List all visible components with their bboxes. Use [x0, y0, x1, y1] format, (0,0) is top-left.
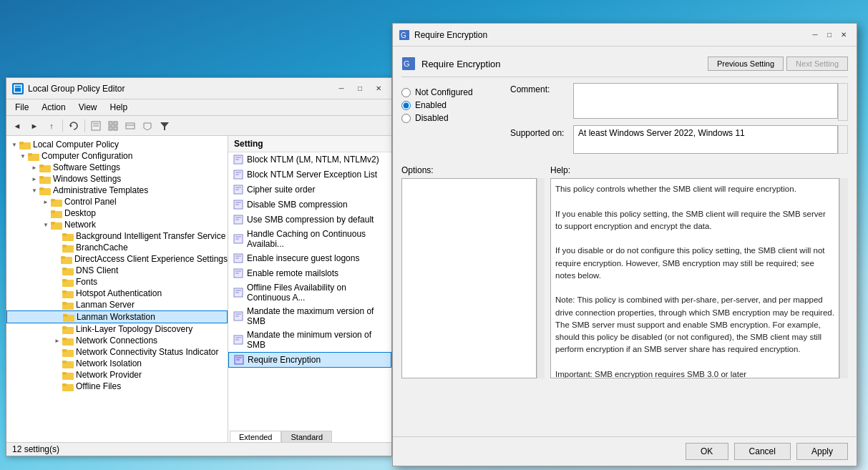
tree-net-provider[interactable]: Network Provider: [6, 369, 228, 381]
tree-lanman-workstation[interactable]: Lanman Workstation: [6, 310, 228, 323]
svg-rect-4: [14, 85, 21, 92]
tree-ls-label: Lanman Server: [76, 300, 135, 310]
tree-dns[interactable]: DNS Client: [6, 265, 228, 276]
setting-item-7[interactable]: Enable remote mailslots: [228, 266, 391, 281]
tree-fonts[interactable]: Fonts: [6, 276, 228, 288]
tree-lltd[interactable]: Link-Layer Topology Discovery: [6, 323, 228, 335]
menu-help[interactable]: Help: [104, 101, 134, 114]
tree-network[interactable]: ▼ Network: [6, 219, 228, 230]
gpe-toolbar: ◄ ► ↑: [6, 116, 391, 136]
toolbar-filter[interactable]: [157, 118, 172, 134]
setting-item-11[interactable]: Require Encryption: [228, 352, 391, 368]
tree-admin-templates[interactable]: ▼ Administrative Templates: [6, 185, 228, 196]
tree-windows-settings[interactable]: ► Windows Settings: [6, 173, 228, 185]
previous-setting-button[interactable]: Previous Setting: [708, 57, 784, 71]
policy-icon-9: [233, 310, 244, 322]
supported-value: At least Windows Server 2022, Windows 11: [573, 125, 838, 154]
toolbar-btn-4[interactable]: [140, 118, 155, 134]
tree-lanman-server[interactable]: Lanman Server: [6, 299, 228, 310]
setting-item-0[interactable]: Block NTLM (LM, NTLM, NTLMv2): [228, 152, 391, 167]
options-box: [401, 178, 537, 378]
options-help-row: Options: Help: This policy controls whet…: [401, 165, 848, 378]
menu-action[interactable]: Action: [36, 101, 71, 114]
svg-rect-28: [39, 187, 44, 190]
help-scrollbar[interactable]: [839, 178, 848, 378]
svg-rect-20: [19, 142, 24, 145]
setting-item-8[interactable]: Offline Files Availability on Continuous…: [228, 281, 391, 305]
toolbar-btn-3[interactable]: [122, 118, 138, 134]
comment-scrollbar[interactable]: [838, 83, 848, 121]
setting-item-5[interactable]: Handle Caching on Continuous Availabi...: [228, 227, 391, 251]
tree-ws-expand: ►: [29, 174, 39, 184]
setting-label-11: Require Encryption: [248, 355, 321, 365]
svg-rect-22: [28, 153, 32, 156]
radio-enabled[interactable]: Enabled: [401, 100, 502, 110]
setting-item-10[interactable]: Mandate the minimum version of SMB: [228, 328, 391, 352]
setting-item-2[interactable]: Cipher suite order: [228, 182, 391, 197]
tree-root[interactable]: ▼ Local Computer Policy: [6, 139, 228, 150]
tree-d-expand: [41, 208, 51, 218]
radio-not-configured-label: Not Configured: [415, 87, 473, 97]
require-encryption-dialog: G Require Encryption ─ □ ✕ G Require Enc…: [392, 23, 857, 466]
dialog-subtitle-text: Require Encryption: [421, 59, 702, 69]
tree-net-isolation[interactable]: Network Isolation: [6, 358, 228, 369]
tree-software-settings[interactable]: ► Software Settings: [6, 162, 228, 173]
gpe-minimize-button[interactable]: ─: [334, 82, 348, 95]
supported-label: Supported on:: [510, 125, 567, 138]
toolbar-btn-1[interactable]: [88, 118, 104, 134]
toolbar-btn-2[interactable]: [105, 118, 121, 134]
menu-view[interactable]: View: [73, 101, 103, 114]
radio-disabled-input[interactable]: [401, 114, 411, 123]
menu-file[interactable]: File: [9, 101, 34, 114]
tree-branchcache[interactable]: BranchCache: [6, 242, 228, 253]
gpe-close-button[interactable]: ✕: [371, 82, 386, 95]
cancel-button[interactable]: Cancel: [734, 443, 791, 460]
dialog-maximize-button[interactable]: □: [822, 29, 837, 41]
tree-directaccess[interactable]: DirectAccess Client Experience Settings: [6, 253, 228, 265]
tree-bits[interactable]: Background Intelligent Transfer Service: [6, 230, 228, 242]
dialog-close-button[interactable]: ✕: [837, 29, 851, 41]
help-section: Help: This policy controls whether the S…: [550, 165, 848, 378]
toolbar-separator-1: [62, 119, 63, 132]
dialog-minimize-button[interactable]: ─: [808, 29, 822, 41]
gpe-maximize-button[interactable]: □: [353, 82, 367, 95]
setting-item-1[interactable]: Block NTLM Server Exception List: [228, 167, 391, 182]
tab-standard[interactable]: Standard: [281, 431, 332, 443]
tree-lw-label: Lanman Workstation: [77, 312, 155, 322]
setting-item-9[interactable]: Mandate the maximum version of SMB: [228, 305, 391, 328]
tab-extended[interactable]: Extended: [230, 431, 281, 443]
toolbar-refresh[interactable]: [66, 118, 82, 134]
comment-textarea[interactable]: [573, 83, 838, 119]
tree-panel[interactable]: ▼ Local Computer Policy ▼ Computer Confi…: [6, 136, 228, 451]
dialog-main-content: G Require Encryption Previous Setting Ne…: [393, 46, 857, 384]
radio-enabled-input[interactable]: [401, 101, 411, 110]
setting-label-7: Enable remote mailslots: [247, 268, 338, 278]
options-scrollbar[interactable]: [537, 178, 545, 378]
radio-not-configured-input[interactable]: [401, 88, 411, 97]
tree-offline-files[interactable]: Offline Files: [6, 381, 228, 392]
tree-hotspot[interactable]: Hotspot Authentication: [6, 288, 228, 299]
tree-control-panel[interactable]: ► Control Panel: [6, 196, 228, 207]
apply-button[interactable]: Apply: [796, 443, 848, 460]
tree-computer-config[interactable]: ▼ Computer Configuration: [6, 150, 228, 162]
dialog-titlebar: G Require Encryption ─ □ ✕: [393, 24, 857, 46]
setting-item-6[interactable]: Enable insecure guest logons: [228, 251, 391, 266]
tree-ncsi[interactable]: Network Connectivity Status Indicator: [6, 346, 228, 358]
radio-disabled[interactable]: Disabled: [401, 113, 502, 123]
radio-not-configured[interactable]: Not Configured: [401, 87, 502, 97]
policy-icon-0: [233, 154, 244, 165]
next-setting-button[interactable]: Next Setting: [786, 57, 848, 71]
svg-rect-26: [39, 176, 44, 179]
dialog-subtitle-bar: G Require Encryption Previous Setting Ne…: [401, 52, 848, 77]
toolbar-up[interactable]: ↑: [44, 118, 59, 134]
ok-button[interactable]: OK: [686, 443, 728, 460]
tree-cc-label: Computer Configuration: [42, 151, 132, 161]
toolbar-back[interactable]: ◄: [9, 118, 25, 134]
supported-scrollbar[interactable]: [838, 125, 848, 154]
setting-item-3[interactable]: Disable SMB compression: [228, 197, 391, 212]
tree-np-label: Network Provider: [76, 370, 142, 380]
tree-net-connections[interactable]: ► Network Connections: [6, 335, 228, 346]
tree-desktop[interactable]: Desktop: [6, 207, 228, 219]
toolbar-forward[interactable]: ►: [26, 118, 42, 134]
setting-item-4[interactable]: Use SMB compression by default: [228, 212, 391, 227]
